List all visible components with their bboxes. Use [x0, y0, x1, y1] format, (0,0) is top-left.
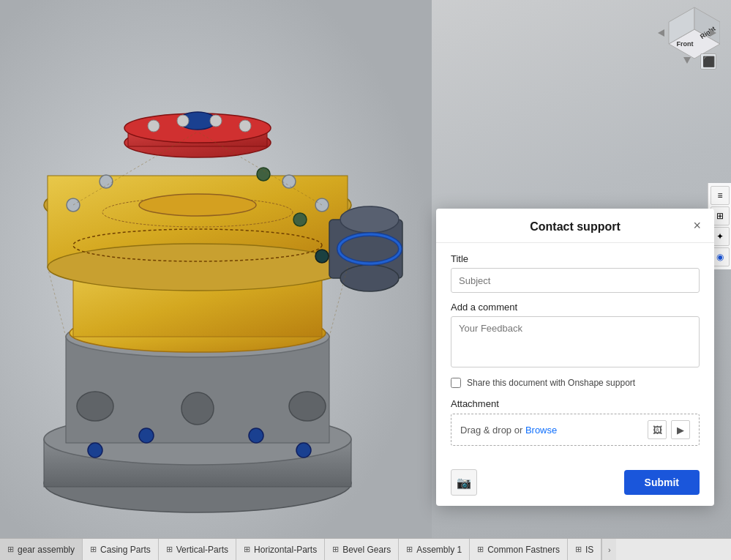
dialog-body: Title Add a comment Share this document …	[436, 243, 714, 465]
svg-point-29	[282, 175, 296, 188]
svg-point-23	[148, 120, 160, 132]
attachment-label: Attachment	[451, 398, 700, 409]
view-options-button[interactable]: ⬛	[700, 53, 716, 70]
viewcube[interactable]: Front Right ⬛	[654, 4, 720, 70]
attachment-drag-text: Drag & drop or Browse	[460, 425, 557, 436]
title-field-label: Title	[451, 253, 700, 264]
share-checkbox[interactable]	[451, 378, 461, 388]
comment-textarea[interactable]	[451, 316, 700, 367]
tab-vertical-icon: ⊞	[166, 545, 173, 554]
svg-point-16	[340, 265, 399, 291]
tab-assembly-icon: ⊞	[406, 545, 413, 554]
tab-fastners-label: Common Fastners	[487, 545, 560, 555]
svg-point-26	[239, 120, 251, 132]
tab-horizontal-parts[interactable]: ⊞ Horizontal-Parts	[236, 539, 325, 560]
attachment-image-btn[interactable]: 🖼	[648, 420, 667, 439]
tab-horizontal-label: Horizontal-Parts	[254, 545, 317, 555]
tab-bevel-gears[interactable]: ⊞ Bevel Gears	[325, 539, 399, 560]
attachment-video-btn[interactable]: ▶	[671, 420, 690, 439]
svg-point-32	[293, 213, 307, 226]
tab-gear-assembly-label: gear assembly	[18, 545, 75, 555]
tab-bevel-icon: ⊞	[332, 545, 339, 554]
svg-point-39	[289, 392, 326, 421]
attachment-icons: 🖼 ▶	[648, 420, 690, 439]
tab-assembly1[interactable]: ⊞ Assembly 1	[399, 539, 470, 560]
tab-casing-parts[interactable]: ⊞ Casing Parts	[83, 539, 159, 560]
tab-gear-assembly-icon: ⊞	[7, 545, 14, 554]
svg-point-33	[315, 250, 329, 263]
tab-vertical-parts[interactable]: ⊞ Vertical-Parts	[159, 539, 236, 560]
svg-point-40	[181, 392, 214, 425]
dialog-title: Contact support	[530, 220, 621, 234]
contact-support-dialog: Contact support × Title Add a comment Sh…	[436, 209, 714, 506]
svg-marker-54	[683, 57, 691, 64]
svg-point-34	[88, 443, 102, 458]
close-button[interactable]: ×	[689, 217, 705, 234]
svg-marker-52	[658, 29, 664, 37]
svg-point-38	[77, 392, 113, 421]
gear-assembly-view: x	[0, 0, 432, 538]
svg-point-28	[100, 175, 113, 188]
share-label: Share this document with Onshape support	[467, 378, 635, 388]
tab-casing-label: Casing Parts	[100, 545, 151, 555]
svg-point-13	[139, 194, 256, 216]
tab-is-icon: ⊞	[575, 545, 582, 554]
tab-casing-icon: ⊞	[90, 545, 97, 554]
submit-button[interactable]: Submit	[624, 470, 700, 495]
tab-common-fastners[interactable]: ⊞ Common Fastners	[470, 539, 568, 560]
tab-gear-assembly[interactable]: ⊞ gear assembly	[0, 539, 83, 560]
toolbar-btn-1[interactable]: ≡	[711, 186, 730, 205]
dialog-header: Contact support ×	[436, 209, 714, 243]
tab-is[interactable]: ⊞ IS	[568, 539, 601, 560]
svg-point-35	[139, 428, 154, 443]
dialog-footer: 📷 Submit	[436, 465, 714, 506]
svg-point-36	[249, 428, 263, 443]
tab-nav-right[interactable]: ›	[601, 539, 616, 560]
svg-point-31	[257, 168, 270, 181]
svg-point-15	[340, 206, 399, 233]
tab-is-label: IS	[585, 545, 593, 555]
screenshot-button[interactable]: 📷	[451, 469, 477, 496]
svg-point-10	[48, 244, 348, 291]
browse-link[interactable]: Browse	[525, 425, 557, 436]
svg-point-37	[296, 443, 311, 458]
title-input[interactable]	[451, 268, 700, 293]
comment-label: Add a comment	[451, 302, 700, 313]
share-row: Share this document with Onshape support	[451, 378, 700, 388]
svg-point-25	[210, 115, 222, 127]
tab-horizontal-icon: ⊞	[244, 545, 250, 554]
tab-fastners-icon: ⊞	[477, 545, 484, 554]
tab-assembly-label: Assembly 1	[416, 545, 462, 555]
attachment-box: Drag & drop or Browse 🖼 ▶	[451, 414, 700, 446]
tab-vertical-label: Vertical-Parts	[176, 545, 228, 555]
tab-bevel-label: Bevel Gears	[342, 545, 391, 555]
svg-point-24	[177, 115, 189, 127]
tab-bar: ⊞ gear assembly ⊞ Casing Parts ⊞ Vertica…	[0, 538, 731, 560]
svg-text:Front: Front	[677, 40, 694, 48]
